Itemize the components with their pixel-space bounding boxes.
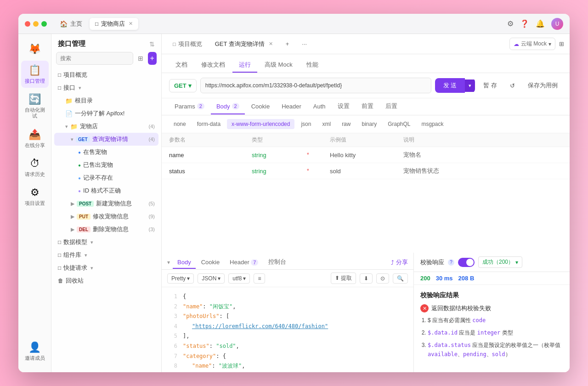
send-dropdown-button[interactable]: ▾ xyxy=(465,79,475,92)
body-type-json[interactable]: json xyxy=(296,119,316,129)
sidebar-item-project-settings[interactable]: ⚙ 项目设置 xyxy=(21,183,49,210)
tab-close-icon[interactable]: ✕ xyxy=(129,21,133,27)
share-button[interactable]: ⤴ 分享 xyxy=(391,258,408,267)
refresh-button[interactable]: ↺ xyxy=(505,79,520,92)
param-tab-body[interactable]: Body 2 xyxy=(211,99,245,114)
sort-icon[interactable]: ⇅ xyxy=(149,40,155,48)
param-tab-pre[interactable]: 前置 xyxy=(356,98,379,115)
filter-button[interactable]: ⊞ xyxy=(136,52,145,65)
tab-pet-shop-icon: □ xyxy=(95,21,98,27)
body-type-none[interactable]: none xyxy=(169,119,191,129)
format-select[interactable]: JSON ▾ xyxy=(198,273,225,284)
body-type-graphql[interactable]: GraphQL xyxy=(383,119,415,129)
col-desc: 说明 xyxy=(403,136,562,144)
tree-item-sold[interactable]: ● 已售出宠物 xyxy=(54,159,158,171)
download-button[interactable]: ⬇ xyxy=(360,273,373,284)
api-tab-advanced-mock[interactable]: 高级 Mock xyxy=(258,58,299,73)
tree-item-put-pet[interactable]: ▶ PUT 修改宠物信息 (9) xyxy=(54,210,158,223)
tree-item-api[interactable]: □ 接口 ▾ xyxy=(54,81,158,94)
url-input[interactable] xyxy=(200,78,431,93)
minimize-traffic-light[interactable] xyxy=(33,21,39,27)
more-tabs-button[interactable]: ··· xyxy=(296,38,312,50)
tree-item-post-pet[interactable]: ▶ POST 新建宠物信息 (5) xyxy=(54,197,158,210)
tree-item-not-found[interactable]: ● 记录不存在 xyxy=(54,171,158,184)
tree-item-bad-format[interactable]: ● ID 格式不正确 xyxy=(54,184,158,197)
tree-item-del-pet[interactable]: ▶ DEL 删除宠物信息 (3) xyxy=(54,223,158,236)
toggle-knob xyxy=(466,259,474,266)
add-tab-button[interactable]: + xyxy=(280,38,295,50)
tab-home[interactable]: 🏠 主页 xyxy=(54,18,88,30)
body-type-msgpack[interactable]: msgpack xyxy=(417,119,448,129)
pretty-select[interactable]: Pretty ▾ xyxy=(167,273,194,284)
tree-item-on-sale[interactable]: ● 在售宠物 xyxy=(54,146,158,159)
sidebar-item-auto-test[interactable]: 🔄 自动化测试 xyxy=(21,90,49,123)
settings-icon[interactable]: ⚙ xyxy=(507,19,514,28)
sidebar-item-request-history[interactable]: ⏱ 请求历史 xyxy=(21,154,49,181)
sidebar-item-invite[interactable]: 👤 邀请成员 xyxy=(21,338,49,365)
tree-item-quick-request[interactable]: □ 快捷请求 ▾ xyxy=(54,261,158,274)
tree-item-components[interactable]: □ 组件库 ▾ xyxy=(54,249,158,261)
save-temp-button[interactable]: 暂 存 xyxy=(479,79,502,92)
advanced-mock-tab-label: 高级 Mock xyxy=(265,61,293,68)
param-required-status: * xyxy=(307,168,330,174)
cloud-mock-button[interactable]: ☁ 云端 Mock ▾ xyxy=(509,38,555,50)
content-header: □ 项目概览 GET 查询宠物详情 ✕ + ··· ☁ 云端 Mock ▾ ⊞ xyxy=(162,34,570,54)
param-tab-settings[interactable]: 设置 xyxy=(332,98,355,115)
add-button[interactable]: + xyxy=(148,52,157,65)
api-tab-run[interactable]: 运行 xyxy=(232,58,257,73)
sidebar-item-api-manage[interactable]: 📋 接口管理 xyxy=(21,61,49,88)
encoding-select[interactable]: utf8 ▾ xyxy=(228,273,250,284)
resp-tab-body[interactable]: Body xyxy=(173,256,196,269)
param-tab-header[interactable]: Header xyxy=(276,99,307,114)
tab-pet-shop[interactable]: □ 宠物商店 ✕ xyxy=(90,18,138,30)
body-type-form-data[interactable]: form-data xyxy=(192,119,225,129)
sidebar-item-online-share[interactable]: 📤 在线分享 xyxy=(21,125,49,152)
status-select[interactable]: 成功（200） ▾ xyxy=(478,256,522,268)
collapse-icon[interactable]: ▾ xyxy=(167,259,170,266)
sidebar-label-api-manage: 接口管理 xyxy=(25,78,45,84)
param-tab-post[interactable]: 后置 xyxy=(380,98,403,115)
maximize-traffic-light[interactable] xyxy=(41,21,47,27)
search-response-button[interactable]: 🔍 xyxy=(393,273,408,284)
api-tab-docs[interactable]: 文档 xyxy=(169,58,194,73)
get-tab-close-icon[interactable]: ✕ xyxy=(269,41,273,47)
notification-icon[interactable]: 🔔 xyxy=(536,19,545,28)
body-type-x-www-form-urlencoded[interactable]: x-www-form-urlencoded xyxy=(227,119,294,129)
search-input[interactable] xyxy=(56,52,133,65)
api-tab-performance[interactable]: 性能 xyxy=(300,58,325,73)
resp-tab-cookie[interactable]: Cookie xyxy=(197,256,224,269)
extract-button[interactable]: ⬆ 提取 xyxy=(331,272,356,284)
body-type-xml[interactable]: xml xyxy=(317,119,335,129)
content-tab-overview[interactable]: □ 项目概览 xyxy=(167,37,208,51)
layout-icon[interactable]: ⊞ xyxy=(559,40,564,47)
tree-item-root-dir[interactable]: 📁 根目录 xyxy=(54,94,158,107)
body-type-binary[interactable]: binary xyxy=(357,119,381,129)
body-type-raw[interactable]: raw xyxy=(337,119,355,129)
tree-item-apifox-intro[interactable]: 📄 一分钟了解 Apifox! xyxy=(54,107,158,120)
toggle-switch[interactable] xyxy=(458,258,475,267)
param-tab-params[interactable]: Params 2 xyxy=(169,99,210,114)
copy-button[interactable]: ⊙ xyxy=(376,273,389,284)
tree-item-project-overview[interactable]: □ 项目概览 xyxy=(54,68,158,81)
table-row: status string * sold 宠物销售状态 xyxy=(162,163,570,179)
tree-item-data-model[interactable]: □ 数据模型 ▾ xyxy=(54,236,158,249)
api-tab-edit-docs[interactable]: 修改文档 xyxy=(195,58,232,73)
save-example-button[interactable]: 保存为用例 xyxy=(523,79,562,92)
user-avatar[interactable]: U xyxy=(551,18,563,30)
wrap-button[interactable]: ≡ xyxy=(254,273,265,284)
content-tab-get-pet[interactable]: GET 查询宠物详情 ✕ xyxy=(209,37,278,51)
close-traffic-light[interactable] xyxy=(25,21,30,27)
tree-item-pet-shop-folder[interactable]: ▾ 📁 宠物店 (4) xyxy=(54,120,158,133)
param-tab-auth[interactable]: Auth xyxy=(308,99,331,114)
tree-item-get-pet[interactable]: ▾ GET 查询宠物详情 (4) xyxy=(54,133,158,146)
param-tab-cookie[interactable]: Cookie xyxy=(246,99,275,114)
resp-tab-header[interactable]: Header 7 xyxy=(225,256,263,269)
help-icon[interactable]: ❓ xyxy=(520,19,529,28)
method-select[interactable]: GET ▾ xyxy=(169,79,197,92)
docs-tab-label: 文档 xyxy=(175,61,187,68)
search-row: ⊞ + xyxy=(51,52,161,68)
validation-info-icon[interactable]: ? xyxy=(448,259,454,266)
send-button[interactable]: 发 送 xyxy=(435,78,465,93)
resp-tab-console[interactable]: 控制台 xyxy=(264,255,291,269)
tree-item-recycle[interactable]: 🗑 回收站 xyxy=(54,274,158,287)
